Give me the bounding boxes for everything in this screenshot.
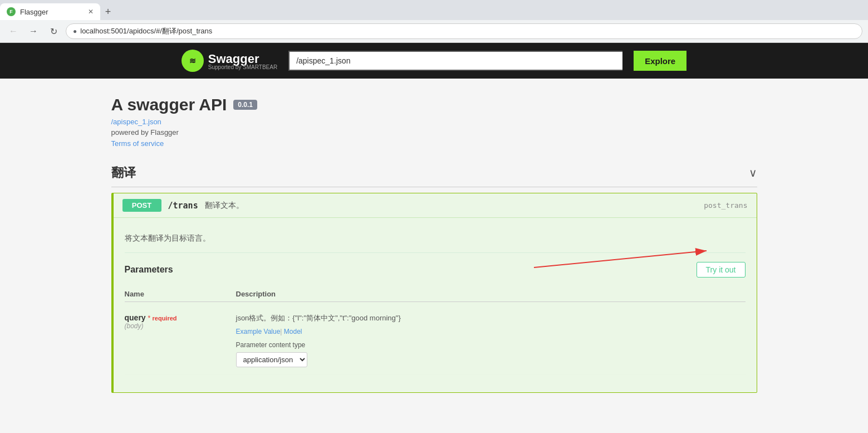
tab-title: Flasgger	[20, 8, 48, 16]
api-title-row: A swagger API 0.0.1	[111, 95, 757, 114]
browser-controls: ← → ↻ ● localhost:5001/apidocs/#/翻译/post…	[0, 20, 868, 43]
endpoint-description: 将文本翻译为目标语言。	[125, 227, 746, 253]
tab-favicon: F	[7, 7, 16, 16]
forward-button[interactable]: →	[26, 23, 41, 39]
section-header[interactable]: 翻译 ∨	[111, 164, 757, 187]
swagger-logo-sub: Supported by SMARTBEAR	[208, 64, 277, 70]
endpoint-summary: 翻译文本。	[205, 201, 244, 211]
new-tab-button[interactable]: +	[100, 4, 116, 20]
param-location: (body)	[125, 322, 236, 330]
version-badge: 0.0.1	[233, 100, 257, 110]
swagger-url-input[interactable]	[288, 51, 622, 71]
endpoint-operation-id: post_trans	[704, 201, 747, 210]
svg-line-1	[534, 251, 707, 267]
params-table-header: Name Description	[125, 286, 746, 302]
param-name: query	[125, 313, 146, 322]
model-tab[interactable]: Model	[280, 328, 302, 335]
tab-bar: F Flasgger ✕ +	[0, 0, 868, 20]
endpoint-body: 将文本翻译为目标语言。 Parameters	[114, 218, 757, 392]
try-it-out-button[interactable]: Try it out	[697, 262, 746, 278]
content-type-label: Parameter content type	[236, 341, 746, 349]
section-title: 翻译	[111, 164, 136, 181]
secure-icon: ●	[73, 27, 77, 35]
api-title: A swagger API	[111, 95, 227, 114]
active-tab[interactable]: F Flasgger ✕	[0, 3, 100, 20]
parameters-title: Parameters	[125, 265, 173, 275]
tab-close-button[interactable]: ✕	[88, 8, 94, 16]
reload-button[interactable]: ↻	[46, 23, 61, 39]
terms-link[interactable]: Terms of service	[111, 139, 164, 148]
powered-by-text: powered by Flasgger	[111, 128, 757, 137]
section-chevron-icon: ∨	[749, 166, 757, 179]
example-value-tab[interactable]: Example Value	[236, 328, 281, 335]
main-content: A swagger API 0.0.1 /apispec_1.json powe…	[100, 79, 768, 410]
api-info: A swagger API 0.0.1 /apispec_1.json powe…	[111, 95, 757, 148]
endpoint-header[interactable]: POST /trans 翻译文本。 post_trans	[114, 193, 757, 218]
explore-button[interactable]: Explore	[634, 51, 686, 71]
parameters-header: Parameters Try it out	[125, 262, 746, 278]
swagger-logo-icon: ≋	[182, 50, 204, 72]
required-star: *	[148, 314, 153, 322]
param-row: query * required (body) json格式。例如：{"l":"…	[125, 306, 746, 374]
swagger-logo: ≋ Swagger Supported by SMARTBEAR	[182, 50, 277, 72]
section: 翻译 ∨ POST /trans 翻译文本。 post_trans 将文本翻译为…	[111, 164, 757, 393]
col-name-header: Name	[125, 290, 236, 298]
spec-link[interactable]: /apispec_1.json	[111, 118, 757, 126]
content-type-select[interactable]: application/json	[236, 352, 307, 367]
param-description-text: json格式。例如：{"l":"简体中文","t":"good morning"…	[236, 313, 746, 323]
col-description-header: Description	[236, 290, 746, 298]
required-label: required	[153, 315, 177, 322]
endpoint-path: /trans	[168, 201, 198, 211]
address-bar[interactable]: ● localhost:5001/apidocs/#/翻译/post_trans	[66, 23, 862, 39]
back-button[interactable]: ←	[6, 23, 21, 39]
parameters-section: Parameters Try it out	[125, 253, 746, 383]
method-badge: POST	[122, 199, 161, 212]
swagger-header: ≋ Swagger Supported by SMARTBEAR Explore	[0, 43, 868, 79]
example-value-tabs: Example Value Model	[236, 328, 746, 335]
url-text: localhost:5001/apidocs/#/翻译/post_trans	[80, 26, 212, 36]
browser-chrome: F Flasgger ✕ + ← → ↻ ● localhost:5001/ap…	[0, 0, 868, 43]
param-name-cell: query * required (body)	[125, 313, 236, 367]
endpoint-container: POST /trans 翻译文本。 post_trans 将文本翻译为目标语言。…	[111, 193, 757, 393]
param-name-required-row: query * required	[125, 313, 236, 322]
param-desc-cell: json格式。例如：{"l":"简体中文","t":"good morning"…	[236, 313, 746, 367]
